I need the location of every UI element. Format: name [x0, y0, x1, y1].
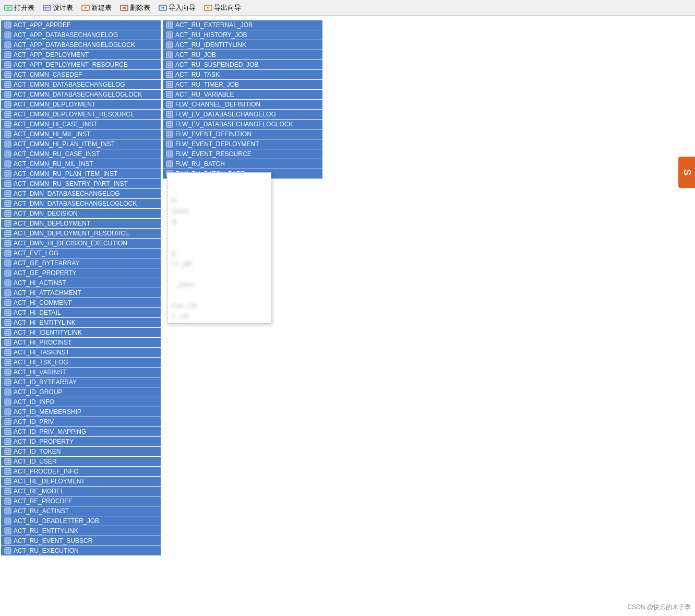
table-item-left-37[interactable]: ACT_ID_GROUP — [1, 387, 161, 397]
popup-item-7[interactable]: g — [167, 248, 271, 258]
popup-item-8[interactable]: / s _job — [167, 258, 271, 269]
table-item-left-46[interactable]: ACT_RE_DEPLOYMENT — [1, 477, 161, 486]
table-item-right-10[interactable]: FLW_EV_DATABASECHANGELOGLOCK — [163, 120, 322, 129]
popup-item-5[interactable] — [167, 227, 271, 238]
table-item-right-13[interactable]: FLW_EVENT_RESOURCE — [163, 149, 322, 159]
table-item-right-7[interactable]: ACT_RU_VARIABLE — [163, 90, 322, 99]
table-item-left-25[interactable]: ACT_GE_PROPERTY — [1, 268, 161, 278]
table-item-left-11[interactable]: ACT_CMMN_HI_MIL_INST — [1, 129, 161, 139]
table-item-left-36[interactable]: ACT_ID_BYTEARRAY — [1, 377, 161, 387]
popup-item-0[interactable]: ... — [167, 175, 271, 185]
table-item-left-44[interactable]: ACT_ID_USER — [1, 457, 161, 466]
table-item-right-0[interactable]: ACT_RU_EXTERNAL_JOB — [163, 20, 322, 30]
table-item-right-6[interactable]: ACT_RU_TIMER_JOB — [163, 80, 322, 89]
table-item-left-28[interactable]: ACT_HI_COMMENT — [1, 298, 161, 307]
table-item-left-20[interactable]: ACT_DMN_DEPLOYMENT — [1, 219, 161, 228]
table-item-left-31[interactable]: ACT_HI_IDENTITYLINK — [1, 328, 161, 337]
table-item-left-6[interactable]: ACT_CMMN_DATABASECHANGELOG — [1, 80, 161, 89]
table-item-left-13[interactable]: ACT_CMMN_RU_CASE_INST — [1, 149, 161, 159]
import-wizard-button[interactable]: 导入向导 — [159, 3, 196, 13]
table-name-left-34: ACT_HI_TSK_LOG — [14, 359, 68, 366]
table-item-left-21[interactable]: ACT_DMN_DEPLOYMENT_RESOURCE — [1, 229, 161, 238]
design-table-button[interactable]: 设计表 — [43, 3, 73, 13]
table-item-left-53[interactable]: ACT_RU_EXECUTION — [1, 546, 161, 555]
table-item-right-14[interactable]: FLW_RU_BATCH — [163, 159, 322, 169]
table-item-left-12[interactable]: ACT_CMMN_HI_PLAN_ITEM_INST — [1, 139, 161, 149]
delete-table-button[interactable]: 删除表 — [120, 3, 150, 13]
table-item-right-5[interactable]: ACT_RU_TASK — [163, 70, 322, 79]
popup-item-13[interactable]: 1 _col — [167, 311, 271, 321]
table-item-left-42[interactable]: ACT_ID_PROPERTY — [1, 437, 161, 446]
new-table-button[interactable]: 新建表 — [81, 3, 112, 13]
table-item-left-14[interactable]: ACT_CMMN_RU_MIL_INST — [1, 159, 161, 169]
export-wizard-button[interactable]: 导出向导 — [204, 3, 241, 13]
table-item-left-19[interactable]: ACT_DMN_DECISION — [1, 209, 161, 218]
table-item-left-4[interactable]: ACT_APP_DEPLOYMENT_RESOURCE — [1, 60, 161, 69]
table-item-left-22[interactable]: ACT_DMN_HI_DECISION_EXECUTION — [1, 239, 161, 248]
popup-item-12[interactable]: e ys _col — [167, 300, 271, 311]
table-item-left-8[interactable]: ACT_CMMN_DEPLOYMENT — [1, 100, 161, 109]
design-icon — [43, 4, 51, 12]
table-item-left-10[interactable]: ACT_CMMN_HI_CASE_INST — [1, 120, 161, 129]
popup-item-9[interactable] — [167, 269, 271, 279]
table-item-left-0[interactable]: ACT_APP_APPDEF — [1, 20, 161, 30]
table-item-left-38[interactable]: ACT_ID_INFO — [1, 397, 161, 407]
table-item-right-4[interactable]: ACT_RU_SUSPENDED_JOB — [163, 60, 322, 69]
table-item-left-1[interactable]: ACT_APP_DATABASECHANGELOG — [1, 30, 161, 40]
popup-item-3[interactable]: comm — [167, 206, 271, 217]
table-item-left-15[interactable]: ACT_CMMN_RU_PLAN_ITEM_INST — [1, 169, 161, 179]
svg-rect-161 — [5, 310, 11, 316]
svg-rect-291 — [166, 32, 173, 38]
table-item-right-11[interactable]: FLW_EVENT_DEFINITION — [163, 129, 322, 139]
table-item-left-45[interactable]: ACT_PROCDEF_INFO — [1, 467, 161, 476]
table-item-left-50[interactable]: ACT_RU_DEADLETTER_JOB — [1, 516, 161, 526]
popup-item-4[interactable]: nt — [167, 217, 271, 227]
popup-item-2[interactable]: R — [167, 196, 271, 206]
table-item-left-3[interactable]: ACT_APP_DEPLOYMENT — [1, 50, 161, 60]
table-item-left-9[interactable]: ACT_CMMN_DEPLOYMENT_RESOURCE — [1, 110, 161, 119]
open-table-button[interactable]: 打开表 — [4, 3, 34, 13]
svg-rect-171 — [5, 329, 11, 336]
table-item-left-48[interactable]: ACT_RE_PROCDEF — [1, 496, 161, 506]
svg-rect-36 — [5, 62, 11, 68]
table-item-left-32[interactable]: ACT_HI_PROCINST — [1, 338, 161, 347]
table-item-left-26[interactable]: ACT_HI_ACTINST — [1, 278, 161, 288]
popup-item-1[interactable] — [167, 185, 271, 196]
table-item-right-9[interactable]: FLW_EV_DATABASECHANGELOG — [163, 110, 322, 119]
table-item-left-30[interactable]: ACT_HI_ENTITYLINK — [1, 318, 161, 327]
table-item-left-7[interactable]: ACT_CMMN_DATABASECHANGELOGLOCK — [1, 90, 161, 99]
svg-rect-226 — [5, 439, 11, 445]
table-item-left-2[interactable]: ACT_APP_DATABASECHANGELOGLOCK — [1, 40, 161, 50]
popup-item-11[interactable] — [167, 290, 271, 300]
table-item-right-1[interactable]: ACT_RU_HISTORY_JOB — [163, 30, 322, 40]
table-item-right-2[interactable]: ACT_RU_IDENTITYLINK — [163, 40, 322, 50]
table-item-left-41[interactable]: ACT_ID_PRIV_MAPPING — [1, 427, 161, 436]
table-name-right-13: FLW_EVENT_RESOURCE — [175, 150, 251, 158]
table-item-left-16[interactable]: ACT_CMMN_RU_SENTRY_PART_INST — [1, 179, 161, 188]
table-item-left-39[interactable]: ACT_ID_MEMBERSHIP — [1, 407, 161, 417]
table-item-left-5[interactable]: ACT_CMMN_CASEDEF — [1, 70, 161, 79]
popup-item-6[interactable] — [167, 238, 271, 248]
table-item-left-18[interactable]: ACT_DMN_DATABASECHANGELOGLOCK — [1, 199, 161, 208]
table-item-left-24[interactable]: ACT_GE_BYTEARRAY — [1, 258, 161, 268]
table-item-left-43[interactable]: ACT_ID_TOKEN — [1, 447, 161, 456]
table-item-left-17[interactable]: ACT_DMN_DATABASECHANGELOG — [1, 189, 161, 198]
table-item-left-51[interactable]: ACT_RU_ENTITYLINK — [1, 526, 161, 536]
table-item-right-3[interactable]: ACT_RU_JOB — [163, 50, 322, 60]
table-item-left-52[interactable]: ACT_RU_EVENT_SUBSCR — [1, 536, 161, 546]
table-item-left-49[interactable]: ACT_RU_ACTINST — [1, 506, 161, 516]
table-item-left-47[interactable]: ACT_RE_MODEL — [1, 487, 161, 496]
table-item-left-35[interactable]: ACT_HI_VARINST — [1, 368, 161, 377]
table-item-left-29[interactable]: ACT_HI_DETAIL — [1, 308, 161, 317]
table-item-left-23[interactable]: ACT_EVT_LOG — [1, 248, 161, 258]
table-item-left-40[interactable]: ACT_ID_PRIV — [1, 417, 161, 427]
table-item-right-12[interactable]: FLW_EVENT_DEPLOYMENT — [163, 139, 322, 149]
table-item-left-33[interactable]: ACT_HI_TASKINST — [1, 348, 161, 357]
new-icon — [81, 4, 90, 12]
table-item-right-8[interactable]: FLW_CHANNEL_DEFINITION — [163, 100, 322, 109]
table-item-left-27[interactable]: ACT_HI_ATTACHMENT — [1, 288, 161, 298]
popup-item-10[interactable]: , _menu — [167, 279, 271, 290]
table-name-left-26: ACT_HI_ACTINST — [14, 279, 66, 287]
table-item-left-34[interactable]: ACT_HI_TSK_LOG — [1, 358, 161, 367]
side-floating-icon[interactable]: S — [678, 157, 695, 188]
